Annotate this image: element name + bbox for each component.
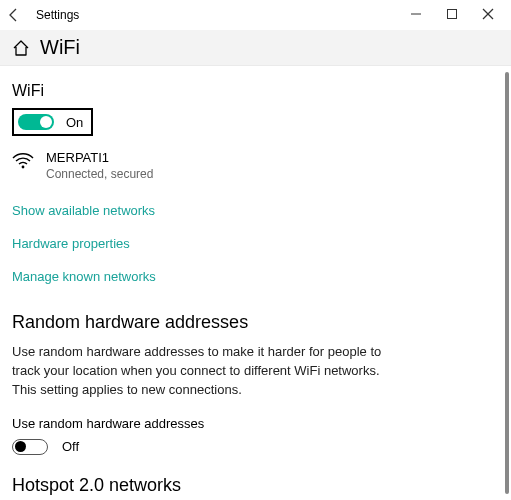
- show-available-networks-link[interactable]: Show available networks: [12, 203, 155, 218]
- wifi-toggle[interactable]: [18, 114, 54, 130]
- current-network[interactable]: MERPATI1 Connected, secured: [12, 150, 497, 181]
- hardware-properties-link[interactable]: Hardware properties: [12, 236, 130, 251]
- random-hw-toggle-label: Off: [62, 439, 79, 454]
- wifi-signal-icon: [12, 150, 34, 170]
- network-name: MERPATI1: [46, 150, 153, 165]
- wifi-section-heading: WiFi: [12, 82, 497, 100]
- svg-point-4: [22, 166, 25, 169]
- home-icon[interactable]: [12, 39, 30, 57]
- network-status: Connected, secured: [46, 167, 153, 181]
- random-hw-description: Use random hardware addresses to make it…: [12, 343, 382, 400]
- minimize-button[interactable]: [405, 8, 427, 23]
- close-button[interactable]: [477, 8, 499, 23]
- back-button[interactable]: [6, 7, 22, 23]
- manage-known-networks-link[interactable]: Manage known networks: [12, 269, 156, 284]
- app-title: Settings: [36, 8, 79, 22]
- maximize-button[interactable]: [441, 8, 463, 23]
- hotspot-heading: Hotspot 2.0 networks: [12, 475, 497, 496]
- random-hw-toggle[interactable]: [12, 439, 48, 455]
- svg-rect-1: [448, 9, 457, 18]
- scrollbar-track[interactable]: [505, 72, 509, 494]
- random-hw-sublabel: Use random hardware addresses: [12, 416, 497, 431]
- page-header: WiFi: [0, 30, 511, 66]
- page-title: WiFi: [40, 36, 80, 59]
- scrollbar-thumb[interactable]: [505, 72, 509, 494]
- title-bar: Settings: [0, 0, 511, 30]
- random-hw-heading: Random hardware addresses: [12, 312, 497, 333]
- settings-content: WiFi On MERPATI1 Connected, secured Show…: [0, 66, 511, 500]
- wifi-toggle-label: On: [66, 115, 83, 130]
- wifi-toggle-highlight: On: [12, 108, 93, 136]
